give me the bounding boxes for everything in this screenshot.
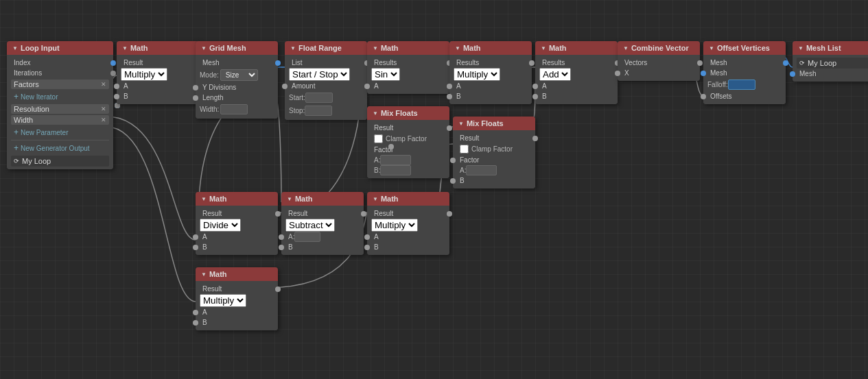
offsets-socket	[701, 94, 706, 99]
offset-verts-node: ▼ Offset Vertices Mesh Mesh Falloff: 1.0…	[703, 41, 786, 104]
offsets-row: Offsets	[707, 91, 782, 101]
falloff-input[interactable]: 1.00	[728, 80, 755, 90]
offset-mesh-in: Mesh	[707, 68, 782, 78]
collapse-icon[interactable]: ▼	[290, 45, 296, 51]
mix2-b: B	[457, 175, 531, 186]
new-parameter-btn[interactable]: + New Parameter	[11, 126, 71, 138]
mesh-list-header: ▼ Mesh List	[793, 41, 868, 55]
collapse-icon[interactable]: ▼	[373, 45, 378, 51]
falloff-row: Falloff: 1.00	[707, 78, 782, 91]
subtract-op[interactable]: Subtract	[285, 219, 335, 232]
my-loop-row: ⟳ My Loop	[797, 58, 868, 69]
resolution-remove[interactable]: ✕	[101, 106, 106, 112]
grid-mesh-header: ▼ Grid Mesh	[196, 41, 278, 55]
mult3-out: Result	[200, 284, 274, 294]
mesh-list-node: ▼ Mesh List ⟳ My Loop Mesh	[793, 41, 868, 82]
collapse-icon[interactable]: ▼	[455, 45, 460, 51]
float-range-body: List Start / Stop Amount Start: 0.00 Sto…	[285, 55, 367, 120]
collapse-icon[interactable]: ▼	[458, 121, 464, 127]
math-mult2-header: ▼ Math	[367, 192, 449, 206]
float-range-op[interactable]: Start / Stop	[289, 68, 350, 81]
mix2-socket	[532, 136, 538, 141]
mult3-a-socket	[193, 310, 198, 315]
subtract-out: Result	[285, 208, 360, 219]
mix2-a-input[interactable]: 0.00	[466, 165, 497, 175]
float-range-out: List	[289, 58, 363, 68]
math-subtract-body: Result Subtract A: 1.00 B	[281, 206, 364, 255]
mix-floats2-header: ▼ Mix Floats	[453, 117, 535, 130]
amount-row: Amount	[289, 81, 363, 91]
collapse-icon[interactable]: ▼	[709, 45, 714, 51]
combine-vec-body: Vectors X	[618, 55, 700, 81]
mesh-in-row: Mesh	[797, 69, 868, 79]
plus-icon2: +	[14, 127, 19, 137]
mult3-b-socket	[193, 320, 198, 326]
math-add-header: ▼ Math	[535, 41, 618, 55]
collapse-icon[interactable]: ▼	[201, 271, 207, 278]
add-op[interactable]: Add	[539, 68, 571, 81]
mult2-a: A	[371, 232, 445, 242]
factor2-socket	[450, 158, 456, 163]
grid-mode-select[interactable]: Size	[220, 69, 258, 81]
math-add-body: Results Add A B	[535, 55, 618, 104]
length-socket	[193, 95, 198, 101]
collapse-icon[interactable]: ▼	[122, 45, 128, 51]
width-row: Width: 1.00	[200, 103, 274, 116]
offset-verts-header: ▼ Offset Vertices	[703, 41, 786, 55]
stop-input[interactable]: 17.51	[305, 106, 332, 116]
add-a: A	[539, 81, 613, 91]
offset-mesh-out: Mesh	[707, 58, 782, 68]
collapse-icon[interactable]: ▼	[373, 110, 378, 117]
collapse-icon[interactable]: ▼	[541, 45, 546, 51]
grid-mesh-out: Mesh	[200, 58, 274, 68]
mult3-op[interactable]: Multiply	[200, 294, 246, 307]
iterations-row: Iterations	[11, 68, 109, 78]
start-input[interactable]: 0.00	[305, 93, 333, 103]
clamp-row2: Clamp Factor	[457, 143, 531, 155]
mult1-op[interactable]: Multiply	[454, 68, 500, 81]
math-mult1-node: ▼ Math Results Multiply A B	[449, 41, 532, 104]
new-generator-output-btn[interactable]: + New Generator Output	[11, 142, 93, 154]
loop-input-header: ▼ Loop Input	[7, 41, 113, 55]
mix1-a-input[interactable]: 0.05	[380, 155, 411, 165]
width-remove[interactable]: ✕	[101, 117, 106, 123]
mult2-op[interactable]: Multiply	[371, 219, 418, 232]
mesh-in-socket	[790, 71, 795, 77]
math-sin-out: Results	[371, 58, 445, 68]
collapse-icon[interactable]: ▼	[201, 196, 207, 202]
collapse-icon[interactable]: ▼	[798, 45, 804, 51]
length-row: Length	[200, 93, 274, 103]
mult2-a-socket	[364, 234, 370, 240]
subtract-b-socket	[279, 245, 284, 250]
divide-out: Result	[200, 208, 274, 219]
collapse-icon[interactable]: ▼	[287, 196, 292, 202]
offset-verts-body: Mesh Mesh Falloff: 1.00 Offsets	[703, 55, 786, 104]
math-sin-op[interactable]: Sin	[371, 68, 400, 81]
add-b-socket	[532, 94, 538, 99]
divide-b: B	[200, 242, 274, 252]
mix1-b-input[interactable]: 0.00	[380, 165, 411, 175]
math1-b: B	[121, 91, 195, 101]
loop-input-title: Loop Input	[21, 44, 60, 52]
math1-a-socket	[114, 84, 119, 89]
subtract-a-input[interactable]: 1.00	[294, 232, 320, 242]
math-divide-node: ▼ Math Result Divide A B	[196, 192, 278, 255]
new-iterator-btn[interactable]: + New Iterator	[11, 90, 60, 103]
factors-remove[interactable]: ✕	[101, 81, 106, 88]
mult2-b-socket	[364, 245, 370, 250]
add-a-socket	[532, 84, 538, 89]
collapse-icon[interactable]: ▼	[12, 45, 18, 51]
width-tag: Width ✕	[11, 115, 109, 125]
collapse-icon[interactable]: ▼	[201, 45, 207, 51]
stop-row: Stop: 17.51	[289, 104, 363, 117]
math-divide-header: ▼ Math	[196, 192, 278, 206]
combine-vec-header: ▼ Combine Vector	[618, 41, 700, 55]
mix2-b-socket	[450, 178, 456, 184]
divide-op[interactable]: Divide	[200, 219, 241, 232]
collapse-icon[interactable]: ▼	[373, 196, 378, 202]
clamp-checkbox1[interactable]	[374, 134, 383, 143]
grid-width-input[interactable]: 1.00	[220, 104, 248, 114]
collapse-icon[interactable]: ▼	[623, 45, 629, 51]
math1-operation[interactable]: Multiply	[121, 68, 167, 81]
clamp-checkbox2[interactable]	[460, 145, 469, 154]
